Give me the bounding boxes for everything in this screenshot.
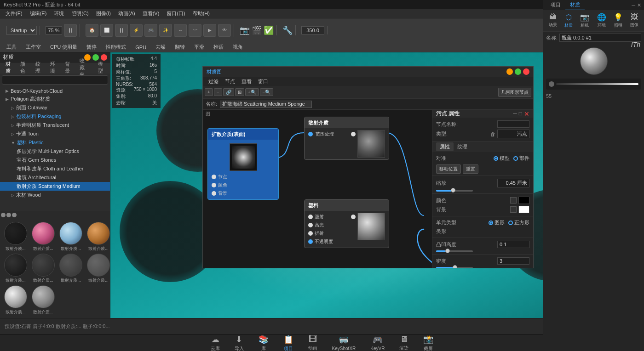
ne-menu-nodes[interactable]: 节点 — [222, 77, 238, 86]
bot-import-btn[interactable]: ⬇ 导入 — [227, 334, 251, 351]
pp-scale-slider[interactable] — [436, 190, 473, 192]
pp-color-swatch[interactable] — [518, 197, 529, 204]
bot-cloud-btn[interactable]: ☁ 云库 — [203, 334, 227, 351]
pp-max-btn[interactable]: □ — [519, 110, 522, 118]
tool-flip[interactable]: 翻转 — [170, 43, 190, 51]
ne-canvas[interactable]: 图 扩散介质(表面) — [203, 110, 533, 268]
node-left-dot-bg[interactable] — [212, 191, 216, 196]
tree-item-wood[interactable]: ▷ 木材 Wood — [0, 191, 110, 199]
tree-item-cutaway[interactable]: ▷ 剖面 Cutaway — [0, 103, 110, 112]
tree-item-cloud[interactable]: ▶ Best-Of-Keyshot-Cloud — [0, 87, 110, 95]
pp-min-btn[interactable]: ─ — [513, 110, 517, 118]
tree-item-toon[interactable]: ▷ 卡通 Toon — [0, 130, 110, 138]
tree-item-gemstones[interactable]: 宝石 Gem Stones — [0, 156, 110, 164]
pp-unit-shape[interactable]: 图形 — [489, 219, 505, 226]
tree-item-cloth[interactable]: 布料和皮革 Cloth and Leather — [0, 164, 110, 173]
bot-project-btn[interactable]: 📋 项目 — [276, 334, 301, 351]
bot-anim-btn[interactable]: 🎞 动画 — [301, 334, 325, 351]
pp-bump-slider[interactable] — [436, 250, 473, 252]
rmp-icon-lighting[interactable]: 💡 照明 — [614, 13, 623, 28]
ne-tb-zoom-in[interactable]: +🔍 — [245, 88, 259, 96]
menu-anim[interactable]: 动画(A) — [115, 9, 139, 18]
plastic-dot-spec[interactable] — [308, 223, 313, 227]
rmp-icon-image[interactable]: 🖼 图像 — [630, 13, 638, 28]
mat-thumb-4[interactable]: 散射介质... — [86, 222, 111, 252]
ne-menu-window[interactable]: 窗口 — [255, 77, 271, 86]
bot-keyvr-btn[interactable]: 🎮 KeyVR — [363, 334, 392, 351]
rmp-min-btn[interactable]: ─ — [632, 2, 635, 8]
view-icon[interactable]: 👁 — [218, 24, 231, 37]
node-scatter-dot-in[interactable] — [308, 132, 313, 136]
tool-smooth[interactable]: 平滑 — [190, 43, 209, 51]
ne-name-input[interactable] — [220, 101, 312, 108]
gpu-icon[interactable]: 🎮 — [144, 24, 157, 37]
cpu-icon[interactable]: ⬜ — [100, 24, 113, 37]
studio-icon[interactable]: 🏠 — [86, 24, 98, 37]
smooth-icon[interactable]: 〰 — [189, 24, 201, 37]
ne-tb-add[interactable]: + — [205, 88, 213, 96]
tools-icon[interactable]: 🔧 — [282, 25, 293, 35]
ne-tb-link[interactable]: 🔗 — [223, 88, 234, 96]
tool-studio[interactable]: 工作室 — [21, 43, 46, 51]
tree-item-plastic[interactable]: ▼ 塑料 Plastic — [0, 138, 110, 147]
pp-density-input[interactable] — [497, 257, 529, 265]
mat-thumb-1[interactable]: 散射介质... — [3, 222, 29, 252]
menu-help[interactable]: 帮助(H) — [189, 9, 213, 18]
ne-minimize-btn[interactable] — [506, 68, 513, 75]
pp-reset-btn[interactable]: 重置 — [463, 164, 478, 174]
rmp-icon-scene[interactable]: 🏔 场景 — [549, 13, 557, 28]
ne-tb-del[interactable]: − — [214, 88, 222, 96]
pp-align-model[interactable]: 模型 — [494, 155, 510, 162]
flip-icon[interactable]: ↔ — [174, 24, 187, 37]
tool-pause[interactable]: 暂停 — [82, 43, 101, 51]
ne-maximize-btn[interactable] — [515, 68, 521, 75]
menu-env[interactable]: 环境 — [50, 9, 68, 18]
tree-item-arch[interactable]: 建筑 Architectural — [0, 173, 110, 182]
ne-menu-view[interactable]: 查看 — [239, 77, 254, 86]
render-icon[interactable]: 🎬 — [252, 25, 262, 35]
pp-density-slider[interactable] — [436, 267, 473, 268]
ne-tb-zoom-out[interactable]: −🔍 — [260, 88, 274, 96]
pp-align-part[interactable]: 部件 — [513, 155, 529, 162]
tool-push[interactable]: 推话 — [209, 43, 228, 51]
node-left[interactable]: 扩散介质(表面) 节点 颜色 — [207, 128, 279, 200]
tree-item-packaging[interactable]: ▷ 包装材料 Packaging — [0, 112, 110, 121]
tree-item-poliigon[interactable]: ▶ Poliigon 高清材质 — [0, 95, 110, 103]
bot-library-btn[interactable]: 📚 库 — [251, 334, 276, 351]
mat-thumb-7[interactable]: 散射介质... — [58, 254, 84, 283]
pp-node-name-input[interactable] — [497, 120, 529, 128]
perf-mode-icon[interactable]: ⚡ — [130, 24, 143, 37]
tool-denoise[interactable]: 去噪 — [151, 43, 170, 51]
mat-thumb-2[interactable]: 散射介质... — [30, 222, 56, 252]
node-left-dot-node[interactable] — [212, 175, 216, 179]
node-left-dot-color[interactable] — [212, 183, 216, 187]
ne-menu-filter[interactable]: 过滤 — [206, 77, 221, 86]
pause-icon[interactable]: ⏸ — [115, 24, 128, 37]
tree-item-multioptics[interactable]: 多层光学 Multi-Layer Optics — [0, 147, 110, 156]
plastic-dot-diffuse[interactable] — [308, 215, 313, 219]
mat-thumb-9[interactable]: 散射介质... — [3, 285, 29, 315]
rmp-tab-material[interactable]: 材质 — [565, 0, 585, 11]
ne-close-btn[interactable] — [523, 68, 529, 75]
pause-btn[interactable]: ⏸ — [64, 24, 77, 37]
render-confirm-icon[interactable]: ✅ — [264, 25, 274, 35]
tool-perf[interactable]: 性能模式 — [101, 43, 131, 51]
push-icon[interactable]: ▶ — [203, 24, 216, 37]
tree-item-translucent[interactable]: ▷ 半透明材质 Translucent — [0, 121, 110, 130]
plastic-dot-out[interactable] — [351, 215, 356, 219]
mat-thumb-3[interactable]: 散射介质... — [58, 222, 84, 252]
zoom-input[interactable] — [46, 26, 62, 34]
pp-tab-texture[interactable]: 纹理 — [454, 142, 471, 151]
node-scatter[interactable]: 散射介质 范围处理 — [304, 117, 389, 160]
bot-screenshot-btn[interactable]: 📸 截屏 — [416, 334, 441, 351]
tool-gpu[interactable]: GPU — [131, 44, 151, 51]
rmp-close-btn[interactable]: ✕ — [637, 2, 641, 8]
ne-tb-graph-nodes[interactable]: 几何图形节点 — [498, 88, 531, 97]
menu-view[interactable]: 查看(V) — [139, 9, 163, 18]
render-add-icon[interactable]: 📷 — [240, 25, 250, 35]
pp-close-btn[interactable]: ✕ — [524, 110, 529, 118]
node-scatter-dot-out[interactable] — [351, 132, 356, 136]
bot-render-btn[interactable]: 🖥 渲染 — [392, 334, 416, 351]
mat-thumb-8[interactable]: 散射介质... — [86, 254, 111, 283]
plastic-dot-opacity[interactable] — [308, 239, 313, 244]
